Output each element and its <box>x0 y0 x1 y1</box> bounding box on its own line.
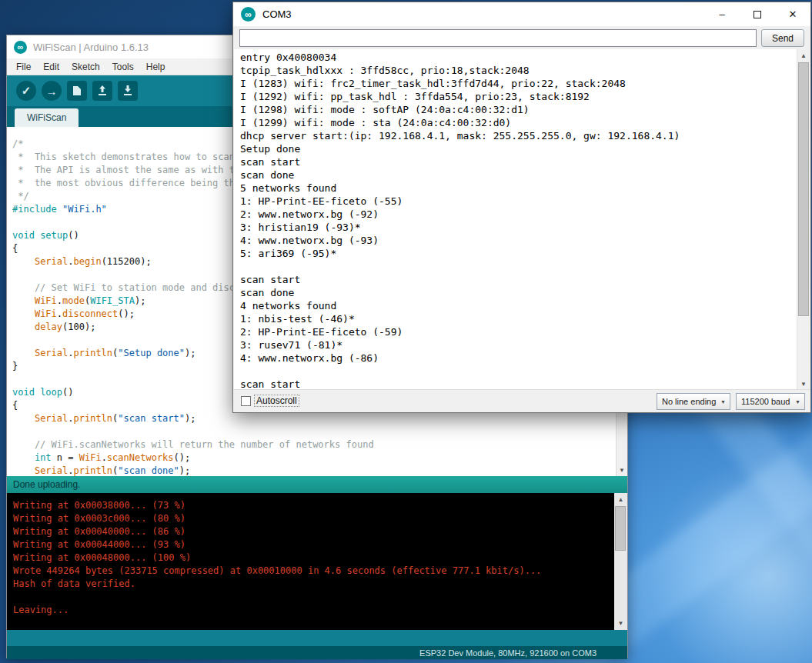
chevron-down-icon: ▼ <box>720 399 726 405</box>
right-arrow-icon: → <box>46 85 58 98</box>
open-arrow-up-icon <box>97 85 108 96</box>
ide-window-title: WiFiScan | Arduino 1.6.13 <box>33 42 149 53</box>
console-line: Hash of data verified. <box>13 578 610 591</box>
close-icon: ✕ <box>789 8 797 20</box>
serial-output-text: entry 0x40080034 tcpip_task_hdlxxx : 3ff… <box>240 51 680 391</box>
code-line: // WiFi.scanNetworks will return the num… <box>12 438 614 451</box>
console-line: Wrote 449264 bytes (233715 compressed) a… <box>13 565 610 578</box>
minimize-button[interactable]: – <box>704 2 740 26</box>
autoscroll-checkbox[interactable] <box>241 396 251 406</box>
window-controls: – ✕ <box>704 2 810 26</box>
arduino-logo-icon: ∞ <box>14 41 27 54</box>
menu-edit[interactable]: Edit <box>37 62 65 72</box>
menu-file[interactable]: File <box>10 62 37 72</box>
serial-monitor-titlebar[interactable]: ∞ COM3 – ✕ <box>233 2 810 26</box>
console-line: Writing at 0x00048000... (100 %) <box>13 551 610 565</box>
wallpaper-glow <box>639 446 812 663</box>
console-scrollbar[interactable]: ▲ ▼ <box>614 493 627 630</box>
serial-monitor-window: ∞ COM3 – ✕ Send entry 0x40080034 tcpip_t… <box>232 2 811 413</box>
ide-status-strip: Done uploading. <box>7 476 627 493</box>
code-line: int n = WiFi.scanNetworks(); <box>12 451 614 465</box>
baud-rate-value: 115200 baud <box>741 397 790 406</box>
menu-tools[interactable]: Tools <box>106 62 140 72</box>
board-info-text: ESP32 Dev Module, 80MHz, 921600 on COM3 <box>419 648 596 658</box>
save-arrow-down-icon <box>122 85 133 96</box>
serial-output-area: entry 0x40080034 tcpip_task_hdlxxx : 3ff… <box>234 49 810 391</box>
save-sketch-button[interactable] <box>118 81 138 101</box>
send-button[interactable]: Send <box>761 29 804 47</box>
serial-input-row: Send <box>233 26 810 49</box>
baud-rate-dropdown[interactable]: 115200 baud ▼ <box>736 393 805 410</box>
status-message: Done uploading. <box>13 479 80 490</box>
maximize-icon <box>754 11 761 18</box>
serial-send-input[interactable] <box>239 29 757 47</box>
check-icon: ✓ <box>22 84 32 98</box>
chevron-down-icon: ▼ <box>795 399 800 405</box>
minimize-icon: – <box>719 8 724 20</box>
console-output: Writing at 0x00038000... (73 %)Writing a… <box>13 499 610 617</box>
console-line: Writing at 0x0003c000... (80 %) <box>13 512 610 525</box>
line-ending-dropdown[interactable]: No line ending ▼ <box>657 393 730 410</box>
new-sketch-button[interactable] <box>67 81 87 101</box>
console-band <box>7 630 627 646</box>
console-line <box>13 591 610 604</box>
close-button[interactable]: ✕ <box>775 2 810 26</box>
scroll-down-icon[interactable]: ▼ <box>614 617 627 630</box>
serial-scrollbar[interactable]: ▲ ▼ <box>797 49 810 391</box>
serial-scroll-thumb[interactable] <box>798 62 809 316</box>
autoscroll-label: Autoscroll <box>255 395 299 406</box>
serial-monitor-title: COM3 <box>262 8 292 20</box>
code-line: Serial.println("scan done"); <box>12 465 614 476</box>
tab-wifiscan[interactable]: WiFiScan <box>15 108 79 127</box>
console-line: Writing at 0x00038000... (73 %) <box>13 499 610 512</box>
menu-help[interactable]: Help <box>140 62 172 72</box>
serial-monitor-bottombar: Autoscroll No line ending ▼ 115200 baud … <box>233 389 810 412</box>
line-ending-value: No line ending <box>662 397 716 406</box>
new-page-icon <box>72 85 82 96</box>
maximize-button[interactable] <box>740 2 775 26</box>
code-line <box>12 425 614 438</box>
scroll-up-icon[interactable]: ▲ <box>797 49 810 62</box>
console-line: Writing at 0x00044000... (93 %) <box>13 538 610 551</box>
arduino-logo-icon: ∞ <box>241 7 256 22</box>
ide-console: Writing at 0x00038000... (73 %)Writing a… <box>7 493 627 630</box>
upload-button[interactable]: → <box>42 81 62 101</box>
console-scroll-thumb[interactable] <box>615 506 626 551</box>
scroll-down-icon[interactable]: ▼ <box>617 465 627 476</box>
autoscroll-control[interactable]: Autoscroll <box>241 395 299 406</box>
console-line: Writing at 0x00040000... (86 %) <box>13 525 610 538</box>
verify-button[interactable]: ✓ <box>16 81 36 101</box>
code-line: Serial.println("scan start"); <box>12 412 614 425</box>
ide-statusbar: ESP32 Dev Module, 80MHz, 921600 on COM3 <box>7 646 627 659</box>
screen: ∞ WiFiScan | Arduino 1.6.13 FileEditSket… <box>0 0 812 663</box>
scroll-up-icon[interactable]: ▲ <box>614 493 627 506</box>
console-line: Leaving... <box>13 604 610 617</box>
open-sketch-button[interactable] <box>92 81 112 101</box>
menu-sketch[interactable]: Sketch <box>65 62 106 72</box>
